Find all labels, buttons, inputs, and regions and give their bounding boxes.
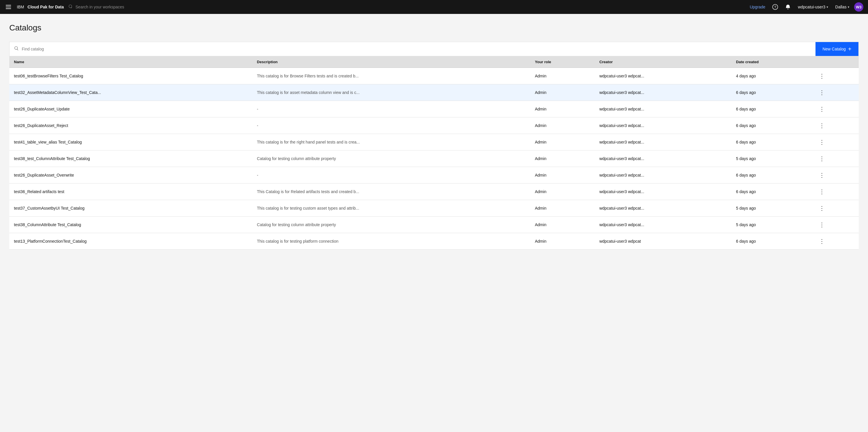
avatar[interactable]: W3 — [854, 2, 863, 11]
catalog-role-cell: Admin — [530, 118, 595, 134]
column-description: Description — [252, 56, 530, 68]
overflow-menu-button[interactable]: ⋮ — [817, 204, 827, 212]
overflow-menu-button[interactable]: ⋮ — [817, 89, 827, 97]
catalog-description-cell: This catalog is for Browse Filters tests… — [252, 68, 530, 85]
catalog-description-cell: This catalog is for testing custom asset… — [252, 200, 530, 217]
table-body: test06_testBrowseFilters Test_CatalogThi… — [9, 68, 859, 250]
table-row[interactable]: test38_test_ColumnAttribute Test_Catalog… — [9, 151, 859, 167]
catalog-role-cell: Admin — [530, 184, 595, 200]
page-title: Catalogs — [9, 23, 859, 32]
main-content: Catalogs New Catalog + Name Description … — [0, 14, 868, 432]
catalog-date-cell: 6 days ago — [731, 184, 812, 200]
table-row[interactable]: test41_table_view_alias Test_CatalogThis… — [9, 134, 859, 151]
catalog-role-cell: Admin — [530, 85, 595, 101]
notifications-icon-button[interactable] — [783, 3, 793, 11]
catalog-date-cell: 6 days ago — [731, 101, 812, 118]
region-label: Dallas — [835, 5, 846, 9]
table-header: Name Description Your role Creator Date … — [9, 56, 859, 68]
catalog-description-cell: - — [252, 101, 530, 118]
catalog-name-cell: test13_PlatformConnectionTest_Catalog — [9, 233, 252, 250]
catalog-creator-cell: wdpcatui-user3 wdpcat... — [595, 184, 731, 200]
table-header-row: Name Description Your role Creator Date … — [9, 56, 859, 68]
catalog-search-container[interactable] — [9, 43, 815, 55]
catalog-name-cell: test32_AssetMetadataColumnView_Test_Cata… — [9, 85, 252, 101]
catalog-actions-cell: ⋮ — [812, 167, 859, 184]
overflow-menu-button[interactable]: ⋮ — [817, 237, 827, 245]
catalog-name-cell: test38_ColumnAttribute Test_Catalog — [9, 217, 252, 233]
catalog-description-cell: Catalog for testing column attribute pro… — [252, 151, 530, 167]
table-row[interactable]: test26_DuplicateAsset_Update-Adminwdpcat… — [9, 101, 859, 118]
upgrade-link[interactable]: Upgrade — [747, 3, 768, 10]
topnav-right: Upgrade ? wdpcatui-user3 ▾ Dallas ▾ W3 — [747, 2, 863, 11]
catalog-date-cell: 6 days ago — [731, 233, 812, 250]
overflow-menu-button[interactable]: ⋮ — [817, 72, 827, 80]
catalog-date-cell: 5 days ago — [731, 200, 812, 217]
catalog-name-cell: test26_DuplicateAsset_Update — [9, 101, 252, 118]
user-menu[interactable]: wdpcatui-user3 ▾ — [796, 3, 831, 10]
overflow-menu-button[interactable]: ⋮ — [817, 105, 827, 113]
table-row[interactable]: test26_DuplicateAsset_Reject-Adminwdpcat… — [9, 118, 859, 134]
catalog-role-cell: Admin — [530, 101, 595, 118]
table-row[interactable]: test36_Related artifacts testThis Catalo… — [9, 184, 859, 200]
catalog-date-cell: 6 days ago — [731, 85, 812, 101]
catalog-creator-cell: wdpcatui-user3 wdpcat... — [595, 167, 731, 184]
catalog-actions-cell: ⋮ — [812, 217, 859, 233]
catalog-date-cell: 6 days ago — [731, 167, 812, 184]
brand-regular: IBM — [17, 5, 24, 9]
table-row[interactable]: test32_AssetMetadataColumnView_Test_Cata… — [9, 85, 859, 101]
catalog-name-cell: test36_Related artifacts test — [9, 184, 252, 200]
search-placeholder: Search in your workspaces — [75, 5, 124, 9]
catalog-actions-cell: ⋮ — [812, 134, 859, 151]
catalog-role-cell: Admin — [530, 233, 595, 250]
region-menu[interactable]: Dallas ▾ — [833, 3, 852, 10]
find-catalog-input[interactable] — [22, 47, 811, 51]
catalog-creator-cell: wdpcatui-user3 wdpcat... — [595, 68, 731, 85]
overflow-menu-button[interactable]: ⋮ — [817, 155, 827, 163]
catalog-description-cell: This catalog is for testing platform con… — [252, 233, 530, 250]
catalog-creator-cell: wdpcatui-user3 wdpcat... — [595, 151, 731, 167]
catalog-date-cell: 5 days ago — [731, 151, 812, 167]
catalog-actions-cell: ⋮ — [812, 184, 859, 200]
region-chevron-icon: ▾ — [848, 5, 849, 9]
table-row[interactable]: test06_testBrowseFilters Test_CatalogThi… — [9, 68, 859, 85]
hamburger-menu-icon[interactable] — [5, 4, 12, 10]
catalog-creator-cell: wdpcatui-user3 wdpcat... — [595, 118, 731, 134]
overflow-menu-button[interactable]: ⋮ — [817, 171, 827, 179]
overflow-menu-button[interactable]: ⋮ — [817, 122, 827, 130]
catalog-description-cell: Catalog for testing column attribute pro… — [252, 217, 530, 233]
catalog-toolbar: New Catalog + — [9, 42, 859, 56]
catalog-date-cell: 6 days ago — [731, 118, 812, 134]
table-row[interactable]: test38_ColumnAttribute Test_CatalogCatal… — [9, 217, 859, 233]
catalog-creator-cell: wdpcatui-user3 wdpcat... — [595, 101, 731, 118]
table-row[interactable]: test13_PlatformConnectionTest_CatalogThi… — [9, 233, 859, 250]
overflow-menu-button[interactable]: ⋮ — [817, 138, 827, 146]
catalog-actions-cell: ⋮ — [812, 233, 859, 250]
catalog-creator-cell: wdpcatui-user3 wdpcat — [595, 233, 731, 250]
catalog-description-cell: This catalog is for asset metadata colum… — [252, 85, 530, 101]
global-search[interactable]: Search in your workspaces — [68, 4, 743, 10]
catalog-creator-cell: wdpcatui-user3 wdpcat... — [595, 200, 731, 217]
catalog-name-cell: test26_DuplicateAsset_Overwrite — [9, 167, 252, 184]
table-row[interactable]: test37_CustomAssetbyUI Test_CatalogThis … — [9, 200, 859, 217]
overflow-menu-button[interactable]: ⋮ — [817, 188, 827, 196]
catalog-creator-cell: wdpcatui-user3 wdpcat... — [595, 85, 731, 101]
topnav: IBM Cloud Pak for Data Search in your wo… — [0, 0, 868, 14]
catalog-description-cell: This Catalog is for Related artifacts te… — [252, 184, 530, 200]
catalog-actions-cell: ⋮ — [812, 101, 859, 118]
catalog-actions-cell: ⋮ — [812, 151, 859, 167]
catalog-actions-cell: ⋮ — [812, 200, 859, 217]
search-icon — [68, 4, 73, 10]
help-icon-button[interactable]: ? — [770, 3, 780, 11]
column-actions — [812, 56, 859, 68]
overflow-menu-button[interactable]: ⋮ — [817, 221, 827, 229]
new-catalog-button[interactable]: New Catalog + — [815, 42, 859, 56]
catalog-actions-cell: ⋮ — [812, 85, 859, 101]
catalog-name-cell: test38_test_ColumnAttribute Test_Catalog — [9, 151, 252, 167]
catalog-date-cell: 6 days ago — [731, 134, 812, 151]
catalog-role-cell: Admin — [530, 217, 595, 233]
catalog-name-cell: test37_CustomAssetbyUI Test_Catalog — [9, 200, 252, 217]
catalog-role-cell: Admin — [530, 167, 595, 184]
column-creator: Creator — [595, 56, 731, 68]
table-row[interactable]: test26_DuplicateAsset_Overwrite-Adminwdp… — [9, 167, 859, 184]
catalog-name-cell: test41_table_view_alias Test_Catalog — [9, 134, 252, 151]
